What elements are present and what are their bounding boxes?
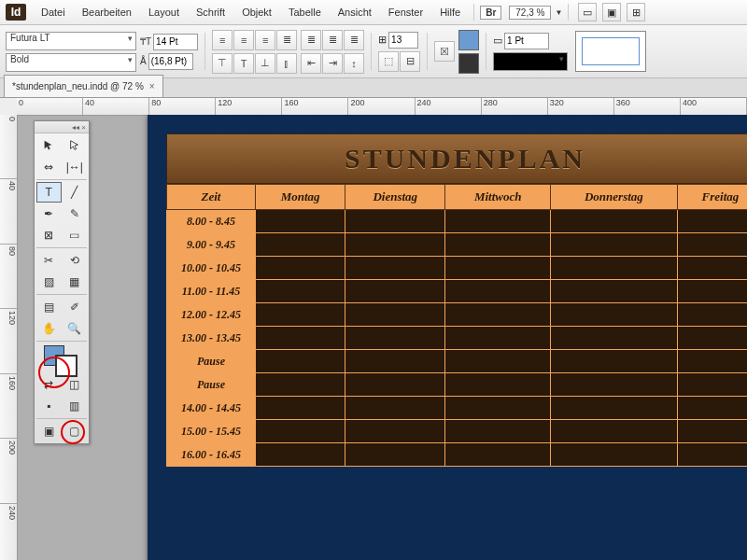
col-montag[interactable]: Montag [256,185,345,210]
fill-stroke-proxy[interactable] [36,343,87,373]
no-fill-icon[interactable]: ☒ [434,41,455,62]
zoom-level[interactable]: 72,3 % [509,6,551,20]
cell[interactable] [345,280,445,303]
bridge-button[interactable]: Br [480,6,501,20]
zoom-tool-icon[interactable]: 🔍 [63,318,88,339]
cell[interactable] [345,373,445,397]
cell[interactable] [677,233,747,257]
cell[interactable] [550,327,677,350]
cell[interactable] [345,397,445,420]
cell[interactable] [345,257,445,280]
cell[interactable] [256,303,345,327]
cell[interactable] [256,210,345,233]
col-zeit[interactable]: Zeit [167,185,256,210]
time-cell[interactable]: 9.00 - 9.45 [167,233,256,257]
col-freitag[interactable]: Freitag [677,185,747,210]
apply-gradient-icon[interactable]: ▥ [63,396,88,416]
type-tool-icon[interactable]: T [36,182,62,203]
cell[interactable] [345,327,445,350]
cell[interactable] [256,373,345,397]
justify-last-center-icon[interactable]: ≣ [322,30,343,50]
font-size-input[interactable] [153,34,198,50]
cell[interactable] [445,327,551,350]
leading-input[interactable] [148,53,193,70]
free-transform-tool-icon[interactable]: ⟲ [63,250,88,271]
cell[interactable] [550,210,677,233]
cell[interactable] [550,303,677,327]
cell[interactable] [677,373,747,397]
screen-mode-icon[interactable]: ▣ [602,3,621,21]
cell[interactable] [445,443,551,467]
menu-layout[interactable]: Layout [141,4,187,21]
cell[interactable] [345,443,445,467]
cell[interactable] [256,350,345,373]
pen-tool-icon[interactable]: ✒ [36,203,62,224]
merge-cells-icon[interactable]: ⬚ [378,51,399,72]
menu-hilfe[interactable]: Hilfe [432,4,468,21]
col-mittwoch[interactable]: Mittwoch [445,185,551,210]
cell[interactable] [445,280,551,303]
cell[interactable] [550,257,677,280]
indent-left-icon[interactable]: ⇤ [301,53,321,74]
preview-view-icon[interactable]: ▢ [63,421,88,441]
align-middle-icon[interactable]: T [233,53,254,74]
cell[interactable] [445,397,551,420]
menu-objekt[interactable]: Objekt [234,4,279,21]
time-cell[interactable]: 10.00 - 10.45 [167,257,256,280]
justify-all-icon[interactable]: ≣ [344,30,364,50]
cell[interactable] [256,257,345,280]
document-page[interactable]: STUNDENPLAN Zeit Montag Dienstag Mittwoc… [148,115,747,560]
menu-fenster[interactable]: Fenster [381,4,430,21]
normal-view-icon[interactable]: ▣ [36,421,62,441]
menu-schrift[interactable]: Schrift [189,4,233,21]
cell[interactable] [345,303,445,327]
cell[interactable] [256,397,345,420]
cell[interactable] [345,210,445,233]
hand-tool-icon[interactable]: ✋ [36,318,62,339]
stroke-style-select[interactable] [493,52,568,71]
font-style-select[interactable]: Bold [6,53,136,72]
align-top-icon[interactable]: ⊤ [212,53,233,74]
cell[interactable] [550,443,677,467]
cell[interactable] [345,233,445,257]
gap-tool-icon[interactable]: |↔| [63,157,88,177]
cell[interactable] [445,303,551,327]
time-cell[interactable]: Pause [167,373,256,397]
fill-swatch[interactable] [458,30,479,50]
col-dienstag[interactable]: Dienstag [345,185,445,210]
menu-ansicht[interactable]: Ansicht [331,4,379,21]
col-donnerstag[interactable]: Donnerstag [550,185,677,210]
cell[interactable] [677,397,747,420]
arrange-icon[interactable]: ⊞ [627,3,645,21]
align-bottom-icon[interactable]: ⊥ [255,53,275,74]
document-tab[interactable]: *stundenplan_neu.indd @ 72 % × [4,75,163,97]
direct-selection-tool-icon[interactable] [63,135,88,156]
chevron-down-icon[interactable]: ▼ [555,8,562,17]
cell[interactable] [445,257,551,280]
font-family-select[interactable]: Futura LT [6,32,136,50]
default-fill-stroke-icon[interactable]: ◫ [63,374,88,395]
justify-icon[interactable]: ≣ [276,30,297,50]
selection-tool-icon[interactable] [36,135,62,156]
schedule-table[interactable]: Zeit Montag Dienstag Mittwoch Donnerstag… [166,184,747,467]
line-tool-icon[interactable]: ╱ [63,182,88,203]
cell[interactable] [677,443,747,467]
pencil-tool-icon[interactable]: ✎ [63,203,88,224]
eyedropper-tool-icon[interactable]: ✐ [63,297,88,317]
columns-input[interactable] [388,32,418,49]
cell[interactable] [550,373,677,397]
cell[interactable] [445,233,551,257]
panel-header[interactable]: ◂◂ × [35,121,89,133]
time-cell[interactable]: 13.00 - 13.45 [167,327,256,350]
align-center-icon[interactable]: ≡ [233,30,254,50]
stroke-swatch[interactable] [458,53,479,74]
rectangle-tool-icon[interactable]: ▭ [63,225,88,245]
justify-last-left-icon[interactable]: ≣ [301,30,321,50]
cell[interactable] [345,350,445,373]
cell[interactable] [550,280,677,303]
cell[interactable] [550,397,677,420]
cell[interactable] [256,280,345,303]
apply-color-icon[interactable]: ▪ [36,396,62,416]
cell[interactable] [445,420,551,443]
time-cell[interactable]: 11.00 - 11.45 [167,280,256,303]
